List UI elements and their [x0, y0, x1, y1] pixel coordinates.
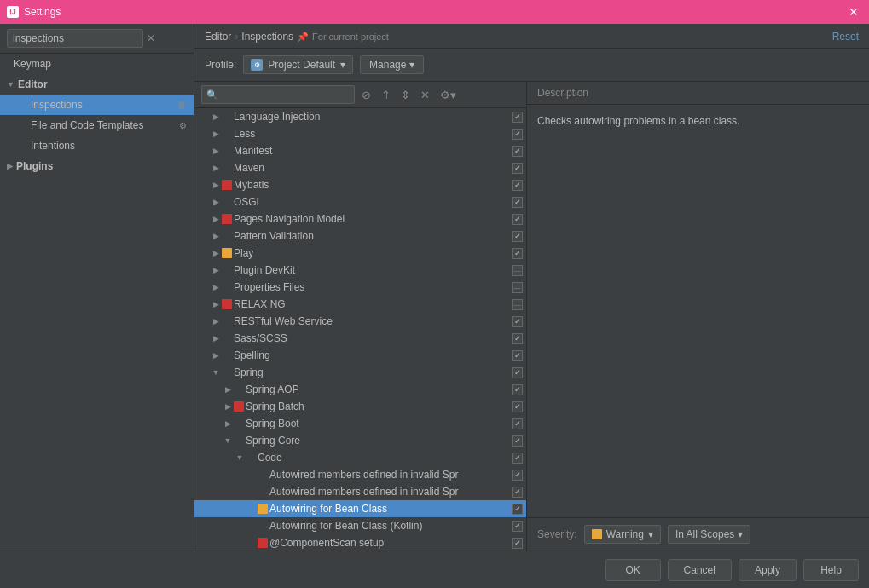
tree-item-checkbox[interactable] [512, 487, 523, 498]
sidebar-group-editor[interactable]: ▼ Editor [0, 74, 194, 95]
expand-icon[interactable]: ▶ [222, 383, 234, 395]
expand-icon[interactable]: ▶ [210, 298, 222, 310]
tree-item[interactable]: @ComponentScan setup [194, 534, 526, 551]
tree-item-checkbox[interactable] [512, 180, 523, 191]
sidebar-search-input[interactable] [7, 29, 143, 48]
tree-item[interactable]: Autowiring for Bean Class (Kotlin) [194, 517, 526, 534]
tree-item[interactable]: ▶Manifest [194, 142, 526, 159]
tree-item[interactable]: ▶Play [194, 245, 526, 262]
tree-item-label: Autowiring for Bean Class [269, 503, 510, 515]
sidebar-group-plugins[interactable]: ▶ Plugins [0, 156, 194, 176]
sidebar-item-intentions[interactable]: Intentions [0, 135, 194, 156]
tree-item[interactable]: Autowired members defined in invalid Spr [194, 483, 526, 500]
tree-item-checkbox[interactable] [512, 504, 523, 515]
tree-item-checkbox[interactable] [512, 248, 523, 259]
expand-icon[interactable]: ▼ [234, 452, 246, 464]
expand-icon[interactable]: ▶ [210, 315, 222, 327]
tree-item[interactable]: ▶Language Injection [194, 108, 526, 125]
tree-item[interactable]: ▶Sass/SCSS [194, 330, 526, 347]
expand-icon[interactable]: ▼ [210, 366, 222, 378]
tree-item[interactable]: ▶RELAX NG [194, 296, 526, 313]
tree-item[interactable]: ▶Spring AOP [194, 381, 526, 398]
tree-item-checkbox[interactable] [512, 282, 523, 293]
tree-item-checkbox[interactable] [512, 350, 523, 361]
tree-item-checkbox[interactable] [512, 163, 523, 174]
tree-item-checkbox[interactable] [512, 401, 523, 412]
sidebar-item-inspections[interactable]: Inspections 🗑 [0, 95, 194, 115]
cancel-button[interactable]: Cancel [668, 559, 732, 581]
help-button[interactable]: Help [803, 559, 859, 581]
expand-icon[interactable]: ▼ [222, 435, 234, 447]
tree-item-checkbox[interactable] [512, 367, 523, 378]
expand-icon[interactable]: ▶ [222, 418, 234, 429]
tree-item[interactable]: ▶RESTful Web Service [194, 313, 526, 330]
delete-icon[interactable]: 🗑 [177, 100, 187, 110]
tree-item[interactable]: Autowired members defined in invalid Spr [194, 466, 526, 483]
tree-item-checkbox[interactable] [512, 197, 523, 208]
tree-item[interactable]: ▶Plugin DevKit [194, 262, 526, 279]
tree-item-checkbox[interactable] [512, 316, 523, 327]
tree-item-checkbox[interactable] [512, 231, 523, 242]
filter-button[interactable]: ⊘ [358, 86, 374, 104]
expand-icon[interactable]: ▶ [210, 196, 222, 208]
expand-icon[interactable]: ▶ [210, 145, 222, 157]
severity-dropdown[interactable]: Warning ▾ [584, 525, 661, 544]
expand-icon[interactable]: ▶ [210, 162, 222, 174]
tree-item[interactable]: ▶Mybatis [194, 176, 526, 193]
list-search-input[interactable] [201, 85, 355, 104]
tree-item-checkbox[interactable] [512, 146, 523, 157]
tree-item[interactable]: ▼Code [194, 449, 526, 466]
tree-item-checkbox[interactable] [512, 384, 523, 395]
sidebar-item-keymap[interactable]: Keymap [0, 54, 194, 74]
expand-button[interactable]: ⇑ [378, 86, 394, 104]
expand-icon[interactable]: ▶ [222, 401, 234, 412]
tree-item-checkbox[interactable] [512, 418, 523, 429]
expand-icon[interactable]: ▶ [210, 213, 222, 225]
tree-item[interactable]: ▶Spelling [194, 347, 526, 364]
expand-icon[interactable]: ▶ [210, 349, 222, 361]
tree-item[interactable]: Autowiring for Bean Class [194, 500, 526, 517]
tree-item-checkbox[interactable] [512, 299, 523, 310]
tree-item[interactable]: ▶Maven [194, 159, 526, 176]
tree-item[interactable]: ▼Spring Core [194, 432, 526, 449]
gear-icon[interactable]: ⚙ [179, 121, 187, 130]
tree-item[interactable]: ▶Pages Navigation Model [194, 210, 526, 228]
clear-button[interactable]: ✕ [417, 86, 433, 104]
reset-button[interactable]: Reset [832, 31, 859, 43]
tree-item[interactable]: ▼Spring [194, 364, 526, 381]
expand-icon[interactable]: ▶ [210, 247, 222, 259]
tree-item[interactable]: ▶Properties Files [194, 279, 526, 296]
expand-icon[interactable]: ▶ [210, 332, 222, 344]
tree-item-checkbox[interactable] [512, 214, 523, 225]
expand-icon[interactable]: ▶ [210, 111, 222, 123]
tree-item-checkbox[interactable] [512, 265, 523, 276]
tree-item[interactable]: ▶Spring Boot [194, 415, 526, 432]
ok-button[interactable]: OK [605, 559, 661, 581]
tree-item-checkbox[interactable] [512, 333, 523, 344]
tree-item-checkbox[interactable] [512, 470, 523, 481]
tree-item-checkbox[interactable] [512, 112, 523, 123]
search-clear-icon[interactable]: ✕ [147, 32, 155, 44]
expand-icon[interactable]: ▶ [210, 128, 222, 140]
scope-dropdown[interactable]: In All Scopes ▾ [668, 525, 750, 544]
tree-item-checkbox[interactable] [512, 129, 523, 140]
expand-icon[interactable]: ▶ [210, 179, 222, 191]
tree-item[interactable]: ▶Less [194, 125, 526, 142]
expand-icon[interactable]: ▶ [210, 264, 222, 276]
expand-icon[interactable]: ▶ [210, 230, 222, 242]
tree-item-checkbox[interactable] [512, 538, 523, 549]
tree-item-checkbox[interactable] [512, 521, 523, 532]
expand-icon[interactable]: ▶ [210, 281, 222, 293]
tree-item[interactable]: ▶Pattern Validation [194, 228, 526, 245]
profile-dropdown[interactable]: ⚙ Project Default ▾ [243, 55, 353, 74]
settings-button[interactable]: ⚙▾ [437, 86, 460, 104]
tree-item-checkbox[interactable] [512, 435, 523, 447]
manage-button[interactable]: Manage ▾ [360, 55, 424, 74]
tree-item[interactable]: ▶OSGi [194, 193, 526, 210]
collapse-button[interactable]: ⇕ [397, 86, 414, 104]
tree-item[interactable]: ▶Spring Batch [194, 398, 526, 415]
close-button[interactable]: ✕ [845, 3, 862, 20]
tree-item-checkbox[interactable] [512, 453, 523, 464]
apply-button[interactable]: Apply [739, 559, 797, 581]
sidebar-item-file-code-templates[interactable]: File and Code Templates ⚙ [0, 115, 194, 135]
